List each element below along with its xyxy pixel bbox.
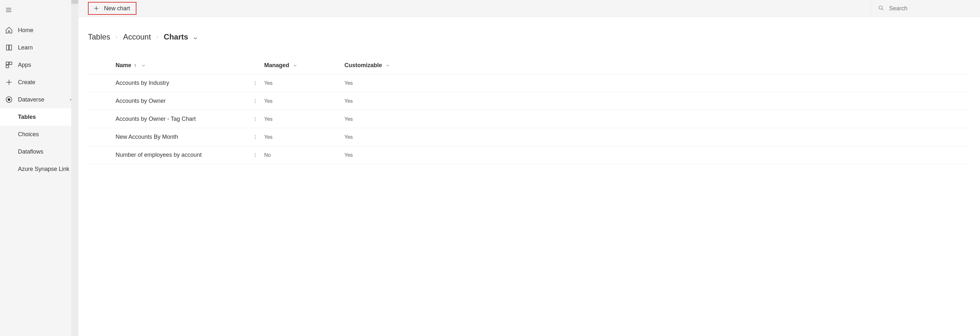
svg-point-28 [255,156,256,157]
breadcrumb-separator [115,33,118,41]
apps-icon [5,61,13,69]
learn-icon [5,44,13,51]
chevron-down-icon[interactable] [293,63,298,68]
sidebar-item-create[interactable]: Create [0,73,78,91]
hamburger-menu-button[interactable] [0,0,78,22]
table-row[interactable]: Accounts by Owner - Tag ChartYesYes [88,110,970,128]
hamburger-icon [5,9,12,14]
row-more-button[interactable] [250,135,260,140]
search-input[interactable] [889,5,973,12]
svg-point-16 [255,84,256,85]
chart-name-cell: Number of employees by account [116,151,250,158]
managed-cell: Yes [264,116,344,122]
svg-point-19 [255,102,256,103]
row-more-button[interactable] [250,81,260,86]
grid-header-row: Name ↑ Managed Customizable [88,57,970,74]
chevron-down-icon[interactable] [141,63,146,68]
sidebar-item-tables[interactable]: Tables [0,108,78,126]
row-more-button[interactable] [250,153,260,158]
svg-point-21 [255,119,256,119]
column-header-label: Customizable [344,62,382,69]
table-row[interactable]: Accounts by OwnerYesYes [88,92,970,110]
table-row[interactable]: Accounts by IndustryYesYes [88,74,970,92]
scrollbar-up-button[interactable] [71,0,78,4]
customizable-cell: Yes [344,116,970,122]
svg-line-13 [882,9,883,10]
breadcrumb-account[interactable]: Account [123,32,151,41]
managed-cell: Yes [264,80,344,86]
breadcrumb-separator [155,33,159,41]
managed-cell: Yes [264,98,344,104]
svg-rect-4 [9,62,12,65]
sidebar-item-home[interactable]: Home [0,22,78,39]
search-box[interactable] [871,0,980,17]
svg-point-27 [255,155,256,156]
sidebar-item-label: Dataverse [18,96,44,103]
column-header-label: Name [116,62,131,69]
sidebar-item-label: Azure Synapse Link [18,166,69,172]
breadcrumb-tables[interactable]: Tables [88,32,110,41]
svg-point-24 [255,137,256,137]
sidebar-item-dataverse[interactable]: Dataverse [0,91,78,108]
charts-grid: Name ↑ Managed Customizable [88,57,970,164]
table-row[interactable]: Number of employees by accountNoYes [88,146,970,164]
svg-point-15 [255,83,256,83]
chart-name-cell: Accounts by Owner [116,98,250,104]
content: Tables Account Charts Name ↑ [78,17,980,336]
row-more-button[interactable] [250,99,260,104]
svg-point-14 [255,81,256,82]
sidebar-item-choices[interactable]: Choices [0,126,78,143]
chevron-down-icon[interactable] [385,63,390,68]
svg-rect-5 [6,65,9,68]
customizable-cell: Yes [344,134,970,140]
customizable-cell: Yes [344,80,970,86]
managed-cell: Yes [264,134,344,140]
sidebar-item-label: Tables [18,114,36,121]
svg-point-20 [255,117,256,118]
chart-name-cell: Accounts by Owner - Tag Chart [116,116,250,123]
sidebar-item-learn[interactable]: Learn [0,39,78,56]
svg-point-22 [255,120,256,121]
svg-point-23 [255,135,256,136]
column-header-customizable[interactable]: Customizable [344,62,970,69]
sidebar-item-label: Create [18,79,35,86]
home-icon [5,26,13,34]
sidebar-item-label: Dataflows [18,148,43,155]
sidebar-scrollbar[interactable] [71,0,78,336]
sidebar: Home Learn Apps Create Dataverse [0,0,78,336]
customizable-cell: Yes [344,152,970,158]
new-chart-button[interactable]: New chart [88,2,137,15]
dataverse-icon [5,96,13,104]
svg-point-12 [879,6,882,9]
chevron-down-icon[interactable] [192,34,198,40]
row-more-button[interactable] [250,116,260,122]
main-area: New chart Tables Account Charts [78,0,980,336]
plus-icon [93,5,100,11]
sidebar-item-apps[interactable]: Apps [0,56,78,73]
svg-point-26 [255,153,256,154]
chart-name-cell: New Accounts By Month [116,134,250,140]
customizable-cell: Yes [344,98,970,104]
plus-icon [5,78,13,86]
column-header-label: Managed [264,62,289,69]
sidebar-item-label: Learn [18,44,33,51]
sort-ascending-icon: ↑ [134,63,137,68]
column-header-name[interactable]: Name ↑ [116,62,264,69]
sidebar-item-label: Apps [18,62,31,68]
svg-rect-3 [6,62,9,65]
sidebar-item-label: Home [18,27,33,34]
breadcrumb-charts[interactable]: Charts [164,32,188,41]
table-row[interactable]: New Accounts By MonthYesYes [88,128,970,146]
command-bar: New chart [78,0,980,17]
chart-name-cell: Accounts by Industry [116,80,250,86]
sidebar-item-azure-synapse-link[interactable]: Azure Synapse Link [0,160,78,178]
new-chart-label: New chart [104,5,130,12]
search-icon [878,5,884,11]
column-header-managed[interactable]: Managed [264,62,344,69]
svg-point-25 [255,138,256,139]
managed-cell: No [264,152,344,158]
svg-point-18 [255,101,256,102]
svg-point-17 [255,99,256,100]
sidebar-item-dataflows[interactable]: Dataflows [0,143,78,160]
sidebar-item-label: Choices [18,131,39,138]
